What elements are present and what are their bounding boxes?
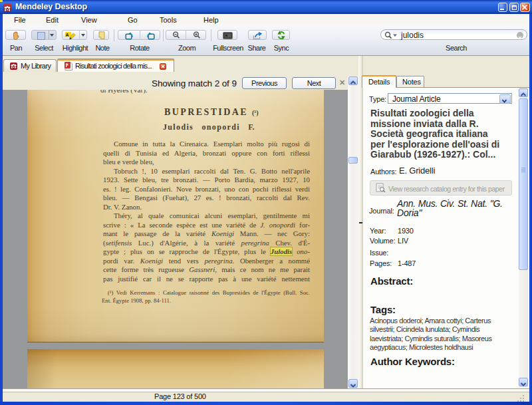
svg-text:A: A: [66, 33, 69, 37]
